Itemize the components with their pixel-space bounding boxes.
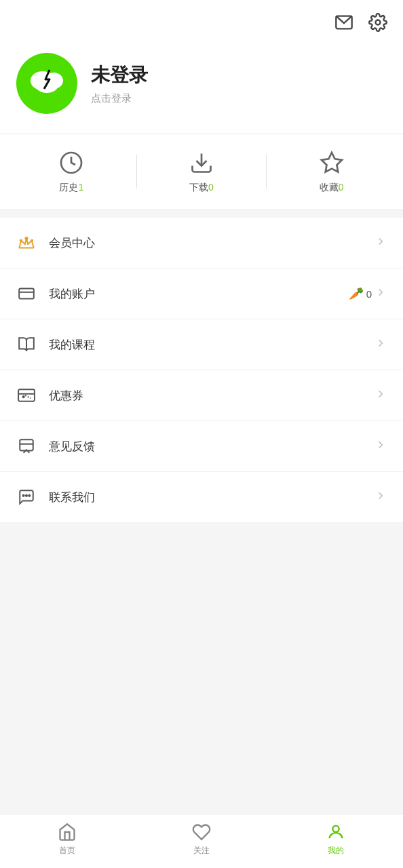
menu-account-label: 我的账户 xyxy=(49,286,337,302)
menu-feedback-label: 意见反馈 xyxy=(49,439,362,454)
profile-name: 未登录 xyxy=(91,62,148,88)
svg-point-22 xyxy=(23,495,24,496)
person-icon xyxy=(326,822,346,842)
chevron-right-course-icon xyxy=(375,337,387,352)
download-icon xyxy=(188,149,215,176)
book-icon xyxy=(16,334,37,355)
menu-item-course[interactable]: 我的课程 xyxy=(0,319,403,370)
svg-rect-14 xyxy=(19,288,34,298)
svg-point-11 xyxy=(25,237,27,239)
svg-point-24 xyxy=(28,495,30,496)
menu-item-coupon[interactable]: 优惠券 xyxy=(0,370,403,421)
heart-icon xyxy=(191,822,212,842)
clock-icon xyxy=(58,149,85,176)
menu-item-account[interactable]: 我的账户 🥕 0 xyxy=(0,269,403,319)
menu-contact-label: 联系我们 xyxy=(49,490,362,505)
profile-section: 未登录 点击登录 xyxy=(0,39,403,133)
menu-vip-right xyxy=(375,235,387,250)
star-icon xyxy=(318,149,345,176)
home-icon xyxy=(57,822,77,842)
top-bar xyxy=(0,0,403,39)
nav-follow-label: 关注 xyxy=(193,845,210,856)
menu-coupon-right xyxy=(375,388,387,403)
avatar[interactable] xyxy=(16,53,77,114)
menu-feedback-right xyxy=(375,439,387,454)
card-icon xyxy=(16,283,37,304)
chevron-right-coupon-icon xyxy=(375,388,387,403)
svg-point-23 xyxy=(26,495,27,496)
menu-vip-label: 会员中心 xyxy=(49,235,362,251)
menu-contact-right xyxy=(375,490,387,505)
svg-marker-10 xyxy=(322,153,342,172)
section-gap xyxy=(0,210,403,218)
svg-point-25 xyxy=(332,826,339,832)
menu-course-right xyxy=(375,337,387,352)
svg-point-18 xyxy=(23,396,24,397)
nav-item-follow[interactable]: 关注 xyxy=(134,822,269,861)
carrot-icon: 🥕 xyxy=(349,286,364,301)
chevron-right-account-icon xyxy=(375,286,387,301)
menu-account-count: 0 xyxy=(366,288,372,300)
settings-icon[interactable] xyxy=(366,11,389,34)
menu-item-feedback[interactable]: 意见反馈 xyxy=(0,421,403,472)
stat-history[interactable]: 历史1 xyxy=(7,149,136,194)
menu-course-label: 我的课程 xyxy=(49,337,362,353)
menu-item-vip[interactable]: 会员中心 xyxy=(0,218,403,269)
menu-item-contact[interactable]: 联系我们 xyxy=(0,472,403,522)
stat-history-label: 历史1 xyxy=(59,182,83,194)
nav-home-label: 首页 xyxy=(59,845,75,856)
stat-download[interactable]: 下载0 xyxy=(137,149,267,194)
stat-favorite[interactable]: 收藏0 xyxy=(267,149,396,194)
stat-download-label: 下载0 xyxy=(189,182,214,194)
svg-point-1 xyxy=(376,20,381,25)
svg-point-13 xyxy=(31,240,33,241)
nav-item-home[interactable]: 首页 xyxy=(0,822,134,861)
stat-favorite-label: 收藏0 xyxy=(320,182,344,194)
stats-row: 历史1 下载0 收藏0 xyxy=(0,134,403,210)
menu-account-right: 🥕 0 xyxy=(349,286,387,301)
mail-icon[interactable] xyxy=(332,11,356,34)
chat-icon xyxy=(16,487,37,507)
menu-section: 会员中心 我的账户 🥕 0 我的课程 xyxy=(0,218,403,522)
nav-mine-label: 我的 xyxy=(328,845,344,856)
nav-item-mine[interactable]: 我的 xyxy=(269,822,403,861)
bottom-nav: 首页 关注 我的 xyxy=(0,814,403,868)
profile-info[interactable]: 未登录 点击登录 xyxy=(91,62,148,105)
crown-icon xyxy=(16,233,37,253)
profile-sub-label: 点击登录 xyxy=(91,92,148,105)
menu-coupon-label: 优惠券 xyxy=(49,388,362,403)
coupon-icon xyxy=(16,385,37,406)
feedback-icon xyxy=(16,436,37,456)
svg-line-19 xyxy=(25,395,31,398)
chevron-right-feedback-icon xyxy=(375,439,387,454)
chevron-right-contact-icon xyxy=(375,490,387,505)
svg-point-12 xyxy=(20,240,22,241)
chevron-right-icon xyxy=(375,235,387,250)
